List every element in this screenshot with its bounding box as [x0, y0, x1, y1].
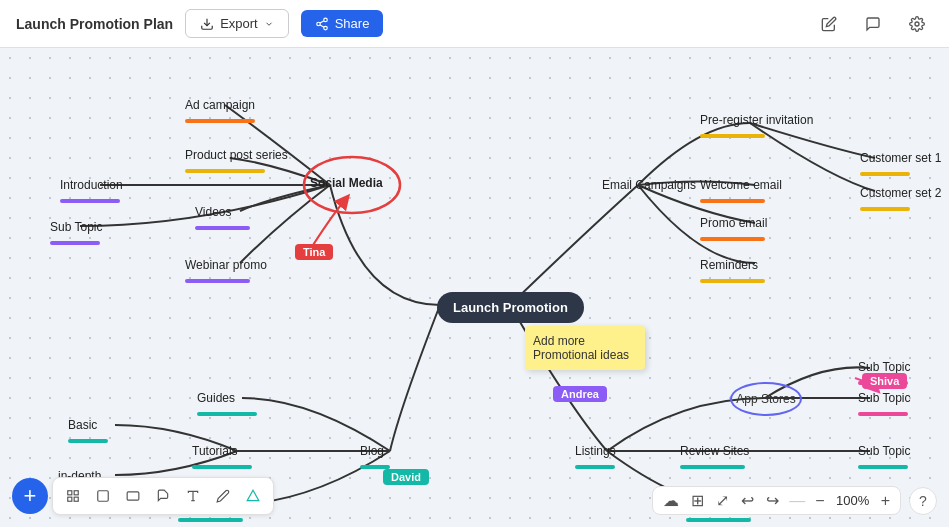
edit-icon-button[interactable]: [813, 8, 845, 40]
center-node[interactable]: Launch Promotion: [437, 292, 584, 323]
zoom-out-button[interactable]: −: [813, 492, 826, 510]
text-tool-button[interactable]: [179, 482, 207, 510]
share-button[interactable]: Share: [301, 10, 384, 37]
settings-icon-button[interactable]: [901, 8, 933, 40]
svg-rect-9: [74, 491, 78, 495]
edit-icon: [821, 16, 837, 32]
fit-icon-button[interactable]: ⊞: [689, 491, 706, 510]
header-right-actions: [813, 8, 933, 40]
svg-line-5: [320, 20, 324, 22]
help-button[interactable]: ?: [909, 487, 937, 515]
svg-point-2: [316, 22, 320, 26]
share-icon: [315, 17, 329, 31]
zoom-in-button[interactable]: +: [879, 492, 892, 510]
settings-icon: [909, 16, 925, 32]
svg-rect-8: [68, 491, 72, 495]
rectangle-icon: [126, 489, 140, 503]
header: Launch Promotion Plan Export Share: [0, 0, 949, 48]
svg-rect-10: [68, 497, 72, 501]
connections-svg: [0, 48, 949, 527]
mindmap-canvas[interactable]: Launch Promotion Introduction Sub Topic …: [0, 48, 949, 527]
node-app-stores[interactable]: App Stores: [730, 382, 802, 416]
shape-tool-button[interactable]: [239, 482, 267, 510]
add-button[interactable]: +: [12, 478, 48, 514]
triangle-icon: [246, 489, 260, 503]
svg-line-4: [320, 24, 324, 26]
text-icon: [186, 489, 200, 503]
svg-rect-13: [127, 492, 139, 500]
cloud-icon-button[interactable]: ☁: [661, 491, 681, 510]
cursor-andrea: Andrea: [553, 386, 607, 402]
pen-tool-button[interactable]: [209, 482, 237, 510]
undo-button[interactable]: ↩: [739, 491, 756, 510]
svg-rect-12: [98, 491, 109, 502]
cursor-david: David: [383, 469, 429, 485]
zoom-level: 100%: [835, 493, 871, 508]
svg-point-6: [915, 22, 919, 26]
export-icon: [200, 17, 214, 31]
comments-icon: [865, 16, 881, 32]
square-icon: [96, 489, 110, 503]
sticky-note-icon: [156, 489, 170, 503]
drawing-tools: [52, 477, 274, 515]
sticky-note[interactable]: Add more Promotional ideas: [525, 326, 645, 370]
pen-icon: [216, 489, 230, 503]
document-title: Launch Promotion Plan: [16, 16, 173, 32]
grid-icon: [66, 489, 80, 503]
bottom-right-toolbar: ☁ ⊞ ⤢ ↩ ↪ — − 100% + ?: [652, 486, 937, 515]
comments-icon-button[interactable]: [857, 8, 889, 40]
export-button[interactable]: Export: [185, 9, 289, 38]
svg-rect-11: [74, 497, 78, 501]
square-tool-button[interactable]: [89, 482, 117, 510]
svg-point-3: [323, 26, 327, 30]
sticky-tool-button[interactable]: [149, 482, 177, 510]
svg-point-1: [323, 18, 327, 22]
svg-marker-16: [247, 490, 259, 501]
divider: —: [789, 492, 805, 510]
cursor-shiva: Shiva: [862, 373, 907, 389]
cursor-tina: Tina: [295, 244, 333, 260]
expand-icon-button[interactable]: ⤢: [714, 491, 731, 510]
bottom-left-toolbar: +: [12, 477, 274, 515]
chevron-down-icon: [264, 19, 274, 29]
redo-button[interactable]: ↪: [764, 491, 781, 510]
rectangle-tool-button[interactable]: [119, 482, 147, 510]
grid-tool-button[interactable]: [59, 482, 87, 510]
